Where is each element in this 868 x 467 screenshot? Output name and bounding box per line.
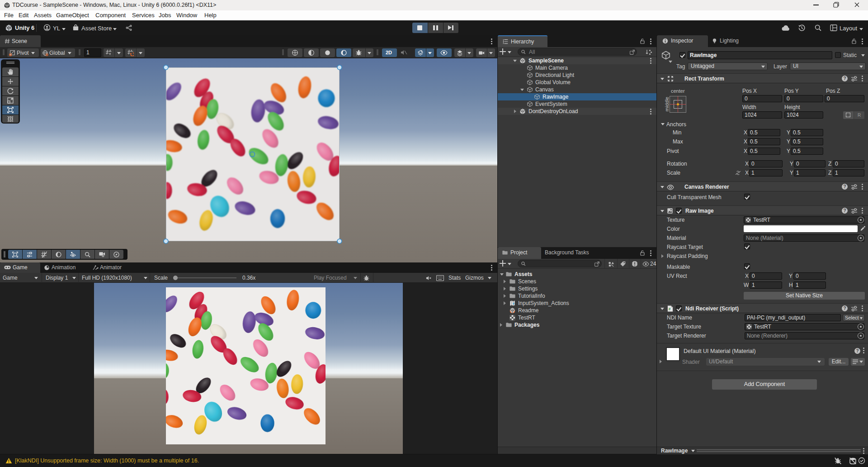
svg-text:#: #: [669, 307, 671, 311]
